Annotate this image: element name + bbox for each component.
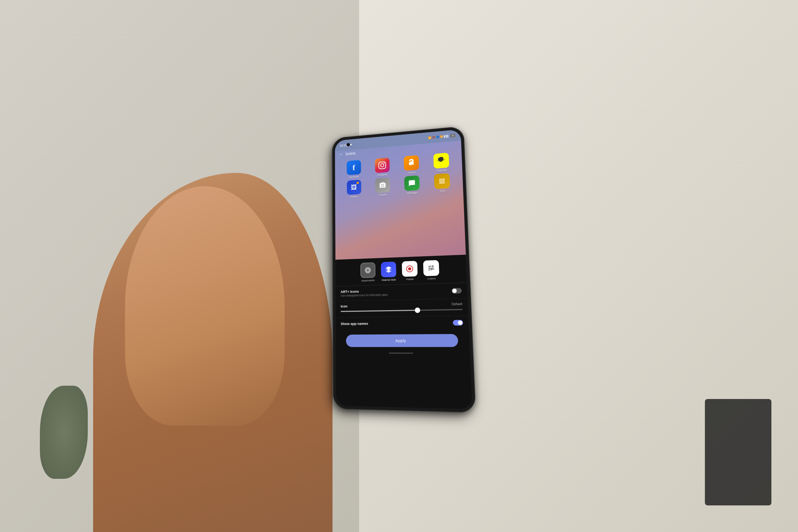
amazon-label: Amazon: [407, 171, 416, 174]
photos-label: Photos: [350, 195, 358, 198]
style-icon-aquamorphic: [360, 262, 376, 278]
messages-icon: [404, 175, 420, 191]
custom-svg: [427, 264, 435, 272]
art-icons-toggle-knob: [452, 289, 457, 293]
slider-thumb: [415, 307, 420, 313]
art-icons-row: ART+ Icons Use redesigned icons for thir…: [336, 283, 468, 301]
home-indicator: [336, 350, 470, 355]
icon-size-row: Icon Default: [336, 299, 469, 318]
facebook-label: Facebook: [349, 175, 359, 178]
app-grid: f Facebook Instagram: [335, 152, 463, 199]
art-icons-subtitle: Use redesigned icons for third-party app…: [341, 293, 388, 297]
show-names-toggle[interactable]: [453, 320, 463, 325]
show-app-names-row: Show app names: [336, 316, 469, 330]
app-item-instagram[interactable]: Instagram: [373, 157, 392, 177]
bluetooth-icon: 🔵: [436, 136, 439, 138]
aquamorphic-svg: [364, 267, 371, 274]
bg-plant: [40, 386, 88, 479]
icon-size-value: Default: [452, 302, 462, 306]
phone-wrapper: 10:02 · 📶 🔇 🔵 📶 ▌▌▌ 36 ← Icons: [332, 126, 476, 413]
amazon-icon: [404, 155, 419, 171]
app-item-photos[interactable]: 🖼 Photos: [345, 179, 363, 199]
app-item-amazon[interactable]: Amazon: [402, 155, 421, 175]
back-button[interactable]: ←: [339, 152, 343, 157]
camera-icon-box: [375, 177, 390, 193]
tools-label: Tools: [439, 189, 445, 192]
amazon-svg: [407, 159, 416, 168]
snapchat-label: Snapchat: [437, 169, 446, 172]
icon-size-header: Icon Default: [341, 302, 462, 308]
style-label-material: Material Style: [382, 278, 396, 281]
signal-icon: ▌▌▌: [444, 135, 449, 137]
style-label-custom: Custom: [427, 277, 436, 280]
battery-icon: 36: [450, 134, 456, 137]
camera-svg: [379, 182, 386, 189]
app-item-facebook[interactable]: f Facebook: [345, 160, 363, 179]
instagram-svg: [379, 161, 386, 169]
messages-svg: [408, 179, 416, 187]
app-item-tools[interactable]: Tools: [432, 173, 452, 193]
instagram-label: Instagram: [377, 173, 387, 176]
art-icons-header: ART+ Icons Use redesigned icons for thir…: [341, 287, 462, 297]
phone-body: 10:02 · 📶 🔇 🔵 📶 ▌▌▌ 36 ← Icons: [332, 126, 476, 413]
tools-icon: [434, 173, 450, 189]
status-dot: ·: [350, 144, 352, 146]
style-icon-pebble: [402, 261, 418, 277]
style-label-pebble: Pebble: [406, 278, 414, 281]
snapchat-icon: [433, 153, 449, 169]
camera-label: Camera: [379, 193, 387, 196]
sim-icon: 📶: [428, 136, 431, 139]
wifi-icon: 📶: [440, 135, 443, 138]
show-names-label: Show app names: [341, 322, 368, 326]
style-label-aquamorphic: Aquamorphic: [361, 279, 375, 282]
style-item-pebble[interactable]: Pebble: [400, 261, 420, 281]
app-item-messages[interactable]: Messages: [402, 175, 422, 195]
apply-btn-container: Apply: [336, 329, 470, 350]
style-item-aquamorphic[interactable]: Aquamorphic: [359, 262, 377, 282]
mute-icon: 🔇: [432, 136, 435, 138]
style-icon-custom: [423, 260, 439, 277]
show-names-toggle-knob: [458, 320, 462, 325]
art-icons-title: ART+ Icons: [341, 289, 388, 294]
settings-panel: Aquamorphic Material Style: [336, 254, 472, 409]
style-icon-material: [381, 262, 396, 278]
style-item-custom[interactable]: Custom: [421, 260, 441, 280]
instagram-icon: [375, 157, 390, 173]
material-svg: [385, 266, 392, 273]
bg-dark-right: [705, 399, 772, 506]
apply-button[interactable]: Apply: [346, 334, 458, 347]
style-item-material[interactable]: Material Style: [379, 262, 398, 282]
art-icons-toggle[interactable]: [452, 288, 462, 294]
photos-icon: 🖼: [347, 179, 361, 195]
status-icons: 📶 🔇 🔵 📶 ▌▌▌ 36: [428, 134, 456, 139]
slider-fill: [341, 310, 418, 312]
style-selector: Aquamorphic Material Style: [336, 254, 467, 283]
show-names-header: Show app names: [341, 320, 463, 326]
icon-size-slider[interactable]: [341, 309, 462, 312]
art-icons-text: ART+ Icons Use redesigned icons for thir…: [341, 289, 388, 297]
home-bar: [389, 353, 413, 354]
messages-label: Messages: [407, 191, 418, 194]
icon-size-label: Icon: [341, 304, 348, 308]
photos-dot: [357, 182, 359, 184]
svg-point-1: [408, 267, 411, 270]
app-item-snapchat[interactable]: Snapchat: [432, 152, 451, 172]
tools-svg: [438, 177, 446, 185]
screen-title: Icons: [345, 151, 355, 156]
pebble-svg: [406, 265, 414, 273]
snapchat-svg: [437, 156, 445, 165]
app-item-camera[interactable]: Camera: [374, 177, 392, 197]
screen-header: ← Icons: [339, 151, 356, 157]
facebook-icon: f: [347, 160, 361, 175]
phone-screen: 10:02 · 📶 🔇 🔵 📶 ▌▌▌ 36 ← Icons: [335, 129, 472, 409]
